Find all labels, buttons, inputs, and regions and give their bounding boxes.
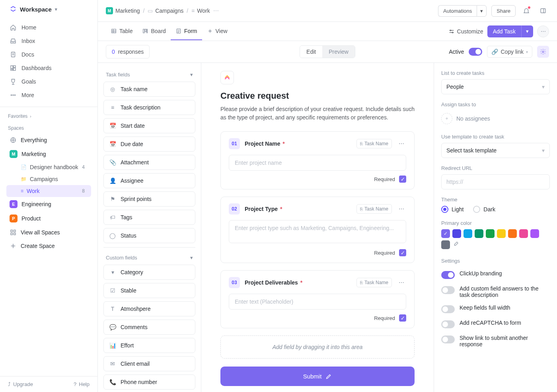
field-chip-sprint-points[interactable]: ⚑Sprint points	[103, 191, 195, 207]
share-button[interactable]: Share	[491, 5, 516, 17]
sidebar-item-docs[interactable]: Docs	[3, 48, 94, 61]
setting-toggle[interactable]	[441, 305, 455, 313]
color-swatch[interactable]	[464, 229, 472, 238]
setting-toggle[interactable]	[441, 271, 455, 279]
color-swatch[interactable]	[530, 229, 539, 238]
breadcrumb-list[interactable]: ≡ Work	[191, 8, 210, 14]
sidebar-space-marketing[interactable]: MMarketing	[3, 147, 94, 161]
sidebar-item-more[interactable]: More	[3, 88, 94, 102]
custom-fields-header[interactable]: Custom fields ▾	[103, 247, 195, 265]
setting-toggle[interactable]	[441, 335, 455, 343]
eyedropper-icon[interactable]	[452, 241, 459, 249]
sidebar-child-work[interactable]: ≡Work8	[6, 185, 91, 197]
view-tab-form[interactable]: Form	[171, 23, 202, 40]
pencil-icon	[325, 373, 332, 380]
sidebar-item-home[interactable]: Home	[3, 21, 94, 34]
preview-tab[interactable]: Preview	[322, 46, 355, 58]
customize-button[interactable]: Customize	[448, 28, 483, 35]
color-swatch[interactable]	[519, 229, 528, 238]
view-tabs: TableBoardFormView Customize Add Task ▾ …	[98, 22, 557, 41]
view-tab-board[interactable]: Board	[137, 23, 170, 40]
sidebar-child-designer-handbook[interactable]: 📄Designer handbook4	[6, 161, 91, 173]
field-chip-tags[interactable]: 🏷Tags	[103, 210, 195, 225]
breadcrumb-more[interactable]: ⋯	[213, 8, 219, 14]
field-more-button[interactable]: ⋯	[397, 139, 406, 148]
field-chip-attachment[interactable]: 📎Attachment	[103, 155, 195, 170]
field-chip-task-description[interactable]: ≡Task description	[103, 100, 195, 115]
view-tab-table[interactable]: Table	[106, 23, 137, 40]
theme-light-radio[interactable]: Light	[441, 206, 464, 213]
svg-point-5	[11, 95, 12, 96]
color-swatch[interactable]	[441, 240, 450, 249]
edit-tab[interactable]: Edit	[300, 46, 322, 58]
form-settings-button[interactable]	[537, 46, 549, 58]
breadcrumb-folder[interactable]: ▭ Campaigns	[148, 8, 183, 14]
field-more-button[interactable]: ⋯	[397, 204, 406, 214]
docs-icon	[10, 51, 17, 58]
favorites-section[interactable]: Favorites›	[0, 109, 97, 121]
field-chip-category[interactable]: ▾Category	[103, 265, 195, 280]
breadcrumb-space[interactable]: M Marketing	[106, 7, 140, 14]
view-tab-view[interactable]: View	[202, 23, 232, 40]
setting-row-add-custom-field-answers-to-th: Add custom field answers to the task des…	[441, 282, 550, 301]
task-fields-header[interactable]: Task fields ▾	[103, 68, 195, 82]
list-select[interactable]: People▾	[441, 79, 550, 94]
field-chip-task-name[interactable]: ◎Task name	[103, 82, 195, 97]
add-task-button[interactable]: Add Task	[487, 25, 521, 37]
field-input[interactable]	[229, 220, 406, 243]
required-toggle[interactable]: ✓	[399, 314, 406, 322]
assignee-picker[interactable]: + No assignees	[441, 111, 550, 127]
field-chip-stable[interactable]: ☑Stable	[103, 283, 195, 298]
sidebar-space-engineering[interactable]: EEngineering	[3, 197, 94, 211]
field-chip-start-date[interactable]: 📅Start date	[103, 118, 195, 133]
add-task-caret[interactable]: ▾	[521, 25, 533, 37]
field-chip-effort[interactable]: 📊Effort	[103, 338, 195, 353]
sidebar-item-inbox[interactable]: Inbox	[3, 34, 94, 48]
submit-button[interactable]: Submit	[220, 367, 415, 386]
color-swatch[interactable]	[508, 229, 517, 238]
field-chip-status[interactable]: ◯Status	[103, 228, 195, 243]
field-input[interactable]	[229, 294, 406, 310]
field-dropzone[interactable]: Add field by dragging it into this area	[220, 335, 415, 359]
sidebar-child-campaigns[interactable]: 📁Campaigns	[6, 173, 91, 185]
field-input[interactable]	[229, 155, 406, 171]
color-swatch[interactable]	[497, 229, 506, 238]
active-label: Active	[449, 49, 464, 55]
setting-toggle[interactable]	[441, 320, 455, 328]
sidebar-item-view-all-spaces[interactable]: View all Spaces	[3, 226, 94, 239]
required-toggle[interactable]: ✓	[399, 176, 406, 183]
required-toggle[interactable]: ✓	[399, 249, 406, 256]
field-chip-due-date[interactable]: 📅Due date	[103, 137, 195, 152]
copy-link-button[interactable]: 🔗 Copy link ▾	[487, 46, 532, 58]
color-swatch[interactable]	[475, 229, 483, 238]
overflow-button[interactable]: ⋯	[537, 25, 549, 37]
field-chip-client-email[interactable]: ✉Client email	[103, 356, 195, 371]
field-chip-phone-number[interactable]: 📞Phone number	[103, 374, 195, 390]
setting-toggle[interactable]	[441, 286, 455, 294]
automations-button[interactable]: Automations ▾	[438, 5, 487, 17]
automations-caret[interactable]: ▾	[477, 5, 487, 17]
color-swatch[interactable]	[486, 229, 495, 238]
color-swatch[interactable]	[452, 229, 461, 238]
sidebar-item-everything[interactable]: Everything	[3, 133, 94, 147]
theme-dark-radio[interactable]: Dark	[473, 206, 495, 213]
notifications-button[interactable]	[520, 5, 532, 17]
field-chip-comments[interactable]: 💬Comments	[103, 320, 195, 335]
field-chip-assignee[interactable]: 👤Assignee	[103, 173, 195, 188]
help-button[interactable]: ? Help	[74, 381, 90, 387]
lock-icon: ⎘	[360, 280, 363, 285]
sidebar-item-create-space[interactable]: Create Space	[3, 239, 94, 253]
template-select[interactable]: Select task template▾	[441, 143, 550, 158]
workspace-switcher[interactable]: Workspace ▾	[0, 0, 97, 18]
panel-toggle-button[interactable]	[537, 5, 549, 17]
upgrade-button[interactable]: ⤴ Upgrade	[8, 381, 33, 387]
sidebar-item-goals[interactable]: Goals	[3, 75, 94, 88]
color-swatch[interactable]	[441, 229, 450, 238]
sidebar-space-product[interactable]: PProduct	[3, 211, 94, 226]
field-more-button[interactable]: ⋯	[397, 278, 406, 287]
active-toggle[interactable]	[469, 48, 482, 56]
field-chip-atmoshpere[interactable]: TAtmoshpere	[103, 301, 195, 316]
redirect-url-input[interactable]	[441, 174, 550, 189]
sidebar-item-dashboards[interactable]: Dashboards	[3, 61, 94, 75]
responses-pill[interactable]: 0 responses	[106, 45, 150, 59]
